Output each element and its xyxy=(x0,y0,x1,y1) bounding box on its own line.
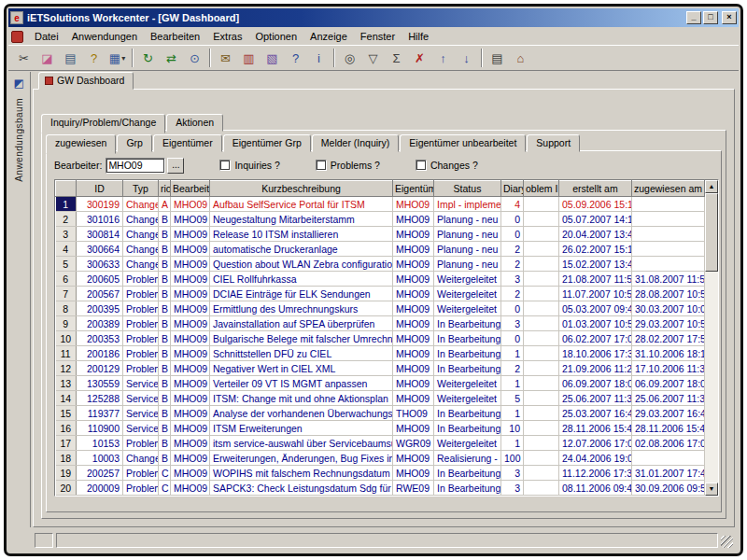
browse-button[interactable]: ... xyxy=(167,158,184,174)
cell-id[interactable]: 300664 xyxy=(77,242,123,257)
cell-prio[interactable]: B xyxy=(159,227,171,242)
cell-prio[interactable]: B xyxy=(159,301,171,316)
cell-prio[interactable]: B xyxy=(159,272,171,287)
tab-grp[interactable]: Grp xyxy=(117,134,152,152)
cell-kurz[interactable]: DCIAE Einträge für ELK Sendungen xyxy=(210,287,393,301)
cell-kurz[interactable]: Neugestaltung Mitarbeiterstamm xyxy=(210,212,393,227)
cell-typ[interactable]: Problem xyxy=(123,436,159,451)
scrollbar-track[interactable] xyxy=(705,272,718,483)
cell-kurz[interactable]: Schnittstellen DFÜ zu CIEL xyxy=(210,346,393,361)
cell-eigentuemer[interactable]: MHO09 xyxy=(393,272,434,287)
column-header-eigentumer[interactable]: Eigentümer xyxy=(393,181,434,197)
cell-bearbeiter[interactable]: MHO09 xyxy=(171,287,210,301)
cell-zugewiesen[interactable]: 31.10.2006 18:18 xyxy=(632,346,705,361)
cell-problem[interactable] xyxy=(524,436,559,451)
schedule-button[interactable]: ⊙ xyxy=(184,48,205,69)
cell-erstellt[interactable]: 26.02.2007 15:19 xyxy=(559,242,632,257)
cell-bearbeiter[interactable]: MHO09 xyxy=(171,316,210,331)
cell-num[interactable]: 1 xyxy=(56,197,77,212)
cell-zugewiesen[interactable]: 28.08.2007 10:54 xyxy=(632,287,705,301)
cell-status[interactable]: In Bearbeitung xyxy=(434,481,501,496)
cell-erstellt[interactable]: 11.12.2006 17:31 xyxy=(559,466,632,481)
table-row[interactable]: 11200186ProblemBMHO09Schnittstellen DFÜ … xyxy=(56,346,705,361)
tab-inquiry-problem-change[interactable]: Inquiry/Problem/Change xyxy=(41,114,165,133)
cell-eigentuemer[interactable]: MHO09 xyxy=(393,197,434,212)
cell-erstellt[interactable]: 25.03.2007 16:46 xyxy=(559,406,632,421)
print-view-button[interactable]: ▤ xyxy=(486,48,508,69)
menu-anzeige[interactable]: Anzeige xyxy=(303,30,354,43)
menu-extras[interactable]: Extras xyxy=(206,30,248,43)
cell-zugewiesen[interactable]: 31.08.2007 11:59 xyxy=(632,272,705,287)
scrollbar-thumb[interactable] xyxy=(705,193,718,272)
cell-prio[interactable]: B xyxy=(159,421,171,436)
cell-problem[interactable] xyxy=(524,227,559,242)
cell-prio[interactable]: B xyxy=(159,212,171,227)
column-header-kurzbeschreibung[interactable]: Kurzbeschreibung xyxy=(210,181,393,197)
cell-num[interactable]: 3 xyxy=(56,227,77,242)
cell-zugewiesen[interactable]: 30.03.2007 10:06 xyxy=(632,301,705,316)
cell-erstellt[interactable]: 12.07.2006 17:00 xyxy=(559,436,632,451)
cell-bearbeiter[interactable]: MHO09 xyxy=(171,197,210,212)
cell-diary[interactable]: 0 xyxy=(501,331,524,346)
eraser-button[interactable]: ◪ xyxy=(36,48,58,69)
cell-erstellt[interactable]: 06.02.2007 17:03 xyxy=(559,331,632,346)
cell-problem[interactable] xyxy=(524,451,559,466)
table-row[interactable]: 7200567ProblemBMHO09DCIAE Einträge für E… xyxy=(56,287,705,301)
refresh-button[interactable]: ↻ xyxy=(137,48,159,69)
cell-num[interactable]: 14 xyxy=(56,391,77,406)
cell-zugewiesen[interactable] xyxy=(632,257,705,272)
cell-problem[interactable] xyxy=(524,257,559,272)
cell-bearbeiter[interactable]: MHO09 xyxy=(171,242,210,257)
cell-num[interactable]: 10 xyxy=(56,331,77,346)
table-row[interactable]: 3300814ChangeBMHO09Release 10 ITSM insta… xyxy=(56,227,705,242)
cell-bearbeiter[interactable]: MHO09 xyxy=(171,346,210,361)
cell-num[interactable]: 19 xyxy=(56,466,77,481)
cell-id[interactable]: 119377 xyxy=(77,406,123,421)
bearbeiter-input[interactable] xyxy=(106,158,165,174)
column-header-rownum[interactable] xyxy=(56,181,77,197)
resize-grip[interactable] xyxy=(721,536,733,548)
cell-prio[interactable]: B xyxy=(159,257,171,272)
sort-desc-button[interactable]: ↓ xyxy=(456,48,477,69)
cell-problem[interactable] xyxy=(524,212,559,227)
cell-kurz[interactable]: SAPCK3: Check Leistungsdatum Sdg für SAP… xyxy=(210,481,393,496)
cell-prio[interactable]: B xyxy=(159,361,171,376)
table-row[interactable]: 19200257ProblemCMHO09WOPIHS mit falschem… xyxy=(56,466,705,481)
cell-typ[interactable]: Problem xyxy=(123,481,159,496)
cell-problem[interactable] xyxy=(524,197,559,212)
cell-prio[interactable]: B xyxy=(159,436,171,451)
cell-diary[interactable]: 10 xyxy=(501,421,524,436)
cell-diary[interactable]: 4 xyxy=(501,197,524,212)
cell-id[interactable]: 300814 xyxy=(77,227,123,242)
cell-id[interactable]: 200257 xyxy=(77,466,123,481)
question-button[interactable]: ? xyxy=(285,48,306,69)
cell-status[interactable]: In Bearbeitung xyxy=(434,331,501,346)
table-row[interactable]: 8200395ProblemBMHO09Ermittlung des Umrec… xyxy=(56,301,705,316)
sum-button[interactable]: Σ xyxy=(386,48,407,69)
cell-id[interactable]: 110900 xyxy=(77,421,123,436)
cell-zugewiesen[interactable]: 31.01.2007 17:45 xyxy=(632,466,705,481)
cell-status[interactable]: In Bearbeitung xyxy=(434,466,501,481)
cell-status[interactable]: Realisierung - in R xyxy=(434,451,501,466)
cell-status[interactable]: Planung - neu xyxy=(434,242,501,257)
cell-num[interactable]: 6 xyxy=(56,272,77,287)
cell-diary[interactable]: 2 xyxy=(501,242,524,257)
cell-eigentuemer[interactable]: WGR09 xyxy=(393,436,434,451)
cell-kurz[interactable]: Release 10 ITSM installieren xyxy=(210,227,393,242)
cell-num[interactable]: 9 xyxy=(56,316,77,331)
cell-status[interactable]: In Bearbeitung xyxy=(434,361,501,376)
sort-asc-button[interactable]: ↑ xyxy=(432,48,454,69)
menu-fenster[interactable]: Fenster xyxy=(354,30,402,43)
cell-typ[interactable]: Problem xyxy=(123,466,159,481)
cell-problem[interactable] xyxy=(524,346,559,361)
menu-anwendungen[interactable]: Anwendungen xyxy=(65,30,144,43)
cell-id[interactable]: 200129 xyxy=(77,361,123,376)
cell-kurz[interactable]: Question about WLAN Zebra configuration xyxy=(210,257,393,272)
tab-eigentumer-grp[interactable]: Eigentümer Grp xyxy=(223,134,311,152)
cell-bearbeiter[interactable]: MHO09 xyxy=(171,421,210,436)
cell-num[interactable]: 12 xyxy=(56,361,77,376)
cell-zugewiesen[interactable]: 30.09.2006 09:52 xyxy=(632,481,705,496)
cell-id[interactable]: 300633 xyxy=(77,257,123,272)
table-row[interactable]: 4300664ChangeBMHO09automatische Druckera… xyxy=(56,242,705,257)
cell-typ[interactable]: Change xyxy=(123,227,159,242)
